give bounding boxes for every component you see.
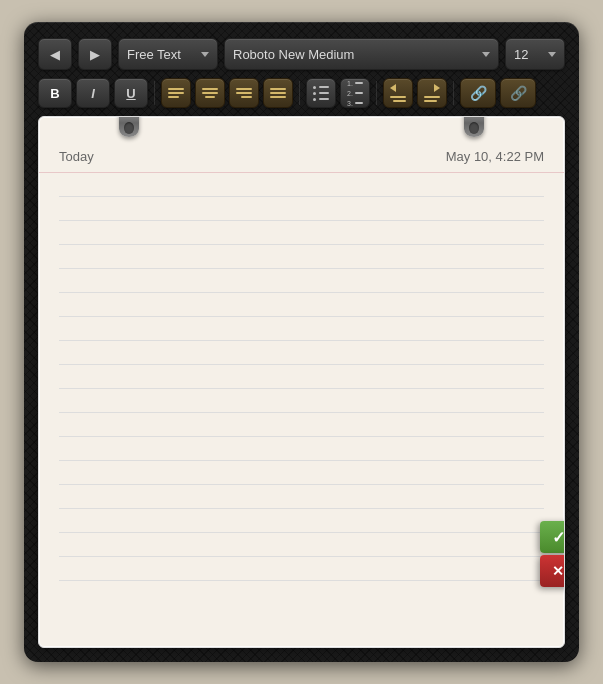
- paper-line: [59, 461, 544, 485]
- italic-button[interactable]: I: [76, 78, 110, 108]
- font-size-dropdown[interactable]: 12: [505, 38, 565, 70]
- align-right-icon: [236, 88, 252, 98]
- unlink-button[interactable]: 🔗: [500, 78, 536, 108]
- date-left: Today: [59, 149, 94, 164]
- align-right-button[interactable]: [229, 78, 259, 108]
- unordered-list-button[interactable]: [306, 78, 336, 108]
- paper-line: [59, 365, 544, 389]
- paper-line: [59, 221, 544, 245]
- back-button[interactable]: ◀: [38, 38, 72, 70]
- link-icon: 🔗: [470, 85, 487, 101]
- font-label: Roboto New Medium: [233, 47, 354, 62]
- chevron-down-icon: [482, 52, 490, 57]
- paper-line: [59, 245, 544, 269]
- chevron-down-icon: [548, 52, 556, 57]
- align-justify-icon: [270, 88, 286, 98]
- toolbar-row1: ◀ ▶ Free Text Roboto New Medium 12: [38, 38, 565, 70]
- paper-line: [59, 485, 544, 509]
- align-center-button[interactable]: [195, 78, 225, 108]
- font-size-label: 12: [514, 47, 528, 62]
- underline-label: U: [126, 86, 135, 101]
- paper-line: [59, 509, 544, 533]
- toolbar-row2: B I U: [38, 78, 565, 108]
- rings: [39, 116, 564, 137]
- notepad: Today May 10, 4:22 PM ✓: [38, 116, 565, 648]
- bold-button[interactable]: B: [38, 78, 72, 108]
- align-left-icon: [168, 88, 184, 98]
- x-icon: ✕: [552, 563, 564, 579]
- ring-right: [464, 116, 484, 137]
- ordered-list-icon: 1. 2. 3.: [347, 80, 363, 107]
- paper-line: [59, 317, 544, 341]
- unlink-icon: 🔗: [510, 85, 527, 101]
- underline-button[interactable]: U: [114, 78, 148, 108]
- align-justify-button[interactable]: [263, 78, 293, 108]
- bold-label: B: [50, 86, 59, 101]
- app-container: ◀ ▶ Free Text Roboto New Medium 12 B I U: [24, 22, 579, 662]
- date-right: May 10, 4:22 PM: [446, 149, 544, 164]
- paper-line: [59, 173, 544, 197]
- paper-line: [59, 437, 544, 461]
- paper-line: [59, 293, 544, 317]
- ring-left: [119, 116, 139, 137]
- separator4: [453, 81, 454, 105]
- paper-line: [59, 533, 544, 557]
- chevron-down-icon: [201, 52, 209, 57]
- outdent-icon: [390, 84, 406, 102]
- paper-line: [59, 389, 544, 413]
- unordered-list-icon: [313, 86, 329, 101]
- forward-icon: ▶: [90, 47, 100, 62]
- forward-button[interactable]: ▶: [78, 38, 112, 70]
- paper-line: [59, 341, 544, 365]
- italic-label: I: [91, 86, 95, 101]
- outdent-button[interactable]: [383, 78, 413, 108]
- separator2: [299, 81, 300, 105]
- font-dropdown[interactable]: Roboto New Medium: [224, 38, 499, 70]
- separator3: [376, 81, 377, 105]
- action-buttons: ✓ ✕: [540, 521, 565, 587]
- align-left-button[interactable]: [161, 78, 191, 108]
- cancel-button[interactable]: ✕: [540, 555, 565, 587]
- paper-line: [59, 269, 544, 293]
- text-type-dropdown[interactable]: Free Text: [118, 38, 218, 70]
- link-button[interactable]: 🔗: [460, 78, 496, 108]
- text-type-label: Free Text: [127, 47, 181, 62]
- indent-icon: [424, 84, 440, 102]
- confirm-button[interactable]: ✓: [540, 521, 565, 553]
- notepad-header: Today May 10, 4:22 PM: [39, 133, 564, 173]
- paper-line: [59, 557, 544, 581]
- align-center-icon: [202, 88, 218, 98]
- paper-line: [59, 413, 544, 437]
- paper-line: [59, 197, 544, 221]
- back-icon: ◀: [50, 47, 60, 62]
- notepad-lines[interactable]: [39, 173, 564, 647]
- check-icon: ✓: [552, 528, 565, 547]
- indent-button[interactable]: [417, 78, 447, 108]
- ordered-list-button[interactable]: 1. 2. 3.: [340, 78, 370, 108]
- separator: [154, 81, 155, 105]
